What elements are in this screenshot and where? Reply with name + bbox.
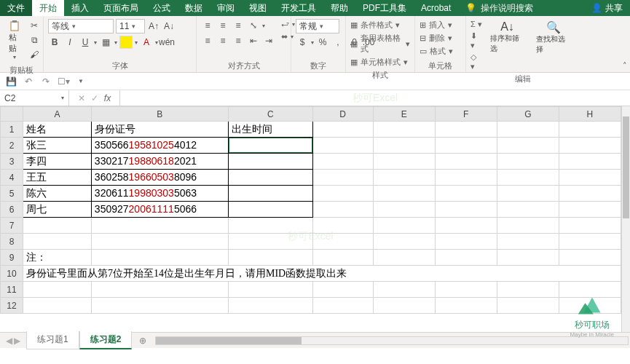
cell[interactable] <box>312 202 373 218</box>
cell[interactable]: 陈六 <box>23 186 91 202</box>
cell[interactable]: 王五 <box>23 170 91 186</box>
row-header[interactable]: 8 <box>1 234 23 250</box>
tab-scroll-left-icon[interactable]: ◀ <box>6 336 12 346</box>
row-header[interactable]: 2 <box>1 138 23 154</box>
cell-styles-button[interactable]: ▦ 单元格样式 ▾ <box>350 56 410 68</box>
tab-开始[interactable]: 开始 <box>32 0 64 16</box>
cell[interactable] <box>497 154 559 170</box>
cell[interactable] <box>228 138 312 154</box>
cell[interactable] <box>497 282 559 298</box>
cell[interactable] <box>373 154 435 170</box>
increase-indent-icon[interactable]: ⇥ <box>262 34 275 47</box>
cell[interactable]: 李四 <box>23 154 91 170</box>
horizontal-scrollbar[interactable] <box>155 336 629 345</box>
decrease-indent-icon[interactable]: ⇤ <box>247 34 260 47</box>
find-select-button[interactable]: 🔍 查找和选择 <box>532 17 575 58</box>
cell[interactable] <box>435 138 497 154</box>
cell[interactable] <box>23 298 91 314</box>
cell[interactable] <box>435 202 497 218</box>
align-left-icon[interactable]: ≡ <box>201 34 214 47</box>
cell[interactable]: 330217198806182021 <box>91 154 228 170</box>
row-header[interactable]: 4 <box>1 170 23 186</box>
cell[interactable] <box>91 282 228 298</box>
cell[interactable] <box>435 186 497 202</box>
cell[interactable] <box>373 282 435 298</box>
cell[interactable] <box>312 170 373 186</box>
cell[interactable] <box>91 298 228 314</box>
collapse-ribbon-icon[interactable]: ˄ <box>623 61 627 71</box>
touch-mode-icon[interactable]: ☐▾ <box>57 75 70 88</box>
redo-icon[interactable]: ↷ <box>39 75 52 88</box>
row-header[interactable]: 11 <box>1 282 23 298</box>
cell[interactable] <box>373 170 435 186</box>
row-header[interactable]: 10 <box>1 266 23 282</box>
cell[interactable] <box>559 138 621 154</box>
cell[interactable] <box>497 186 559 202</box>
row-header[interactable]: 5 <box>1 186 23 202</box>
column-header[interactable]: C <box>228 107 312 122</box>
cell[interactable] <box>312 282 373 298</box>
cut-icon[interactable]: ✂ <box>28 19 41 32</box>
cell[interactable] <box>312 218 373 234</box>
cell[interactable]: 张三 <box>23 138 91 154</box>
enter-icon[interactable]: ✓ <box>91 93 98 103</box>
cell[interactable]: 身份证号里面从第7位开始至14位是出生年月日，请用MID函数提取出来 <box>23 266 621 282</box>
column-header[interactable]: F <box>435 107 497 122</box>
cell[interactable] <box>559 218 621 234</box>
cell[interactable] <box>435 154 497 170</box>
sheet-tab[interactable]: 练习题1 <box>26 331 79 349</box>
number-format-combo[interactable]: 常规▾ <box>296 19 339 33</box>
cell[interactable] <box>91 234 228 250</box>
phonetic-icon[interactable]: wén <box>160 36 173 49</box>
tab-PDF工具集[interactable]: PDF工具集 <box>355 0 414 16</box>
cell[interactable] <box>228 218 312 234</box>
format-cells-button[interactable]: ▭ 格式 ▾ <box>420 45 453 58</box>
underline-button[interactable]: U <box>79 36 92 49</box>
cell[interactable] <box>497 170 559 186</box>
copy-icon[interactable]: ⧉ <box>28 33 41 47</box>
sort-filter-button[interactable]: A↓ 排序和筛选 <box>486 17 529 57</box>
cell[interactable] <box>91 218 228 234</box>
column-header[interactable]: E <box>373 107 435 122</box>
comma-icon[interactable]: , <box>331 36 344 49</box>
cell[interactable] <box>497 298 559 314</box>
cell[interactable] <box>373 218 435 234</box>
tab-scroll-right-icon[interactable]: ▶ <box>14 336 20 346</box>
cell[interactable] <box>23 218 91 234</box>
cell[interactable] <box>559 234 621 250</box>
cell[interactable] <box>373 186 435 202</box>
cell[interactable] <box>23 282 91 298</box>
vertical-scrollbar[interactable] <box>621 106 630 332</box>
cell[interactable] <box>312 122 373 138</box>
cell[interactable] <box>228 154 312 170</box>
cancel-icon[interactable]: ✕ <box>78 93 85 103</box>
new-sheet-button[interactable]: ⊕ <box>132 336 154 346</box>
cell[interactable]: 出生时间 <box>228 122 312 138</box>
decrease-font-icon[interactable]: A↓ <box>162 20 176 33</box>
cell[interactable]: 350566195810254012 <box>91 138 228 154</box>
italic-button[interactable]: I <box>63 36 76 49</box>
orientation-icon[interactable]: ⤡ <box>247 19 260 32</box>
tell-me-search[interactable]: 💡 操作说明搜索 <box>458 0 540 16</box>
format-painter-icon[interactable]: 🖌 <box>28 48 41 61</box>
percent-icon[interactable]: % <box>316 36 329 49</box>
font-size-combo[interactable]: 11▾ <box>116 19 145 33</box>
cell[interactable] <box>312 298 373 314</box>
tab-帮助[interactable]: 帮助 <box>323 0 355 16</box>
select-all-corner[interactable] <box>1 107 23 122</box>
cell[interactable] <box>497 202 559 218</box>
fill-button[interactable]: ⬇ ▾ <box>470 31 483 51</box>
cell[interactable] <box>373 122 435 138</box>
cell[interactable] <box>559 250 621 266</box>
cell[interactable] <box>435 122 497 138</box>
tab-数据[interactable]: 数据 <box>178 0 210 16</box>
border-button[interactable]: ▦ <box>99 36 112 49</box>
bold-button[interactable]: B <box>48 36 61 49</box>
name-box[interactable]: C2▾ <box>0 90 69 106</box>
clear-button[interactable]: ◇ ▾ <box>470 52 483 72</box>
paste-button[interactable]: 粘贴 ▾ <box>4 17 25 63</box>
tab-审阅[interactable]: 审阅 <box>210 0 242 16</box>
cell[interactable] <box>228 186 312 202</box>
cell[interactable] <box>312 186 373 202</box>
tab-开发工具[interactable]: 开发工具 <box>274 0 323 16</box>
